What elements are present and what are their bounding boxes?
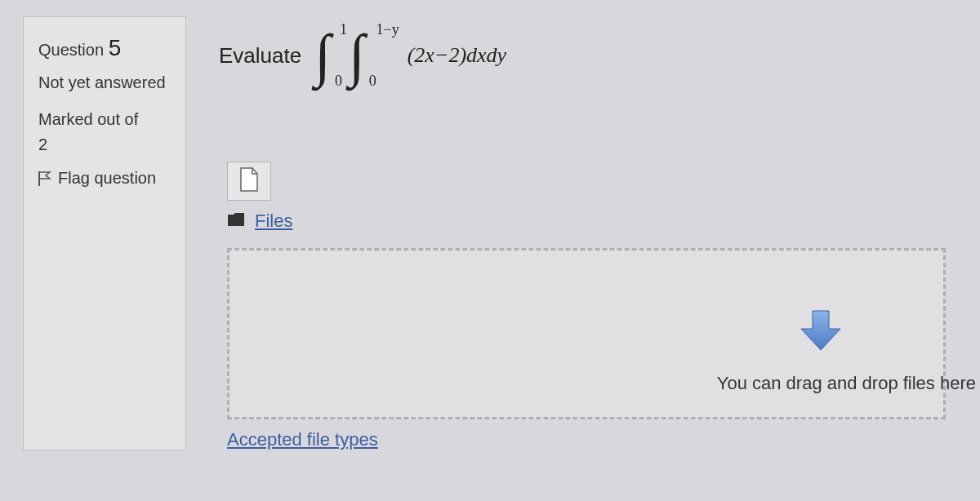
download-arrow-icon	[796, 308, 845, 353]
file-dropzone[interactable]: You can drag and drop files here	[227, 248, 946, 419]
folder-icon	[227, 211, 245, 232]
inner-upper-limit: 1−y	[376, 21, 399, 38]
integrand: (2x−2)dxdy	[408, 43, 506, 68]
files-link[interactable]: Files	[255, 211, 292, 232]
add-file-button[interactable]	[227, 162, 271, 201]
question-info-panel: Question 5 Not yet answered Marked out o…	[23, 16, 186, 450]
file-upload-area: Files You can drag and drop files h	[219, 162, 980, 450]
flag-question-label: Flag question	[58, 166, 156, 191]
outer-integral: ∫ 1 0	[314, 23, 331, 88]
file-icon	[239, 167, 259, 195]
flag-question-button[interactable]: Flag question	[38, 166, 171, 191]
outer-upper-limit: 1	[340, 21, 347, 38]
math-expression: ∫ 1 0 ∫ 1−y 0 (2x−2)dxdy	[311, 23, 506, 88]
inner-lower-limit: 0	[369, 73, 376, 90]
outer-lower-limit: 0	[335, 73, 342, 90]
question-content: Evaluate ∫ 1 0 ∫ 1−y 0 (2x−2)dxdy	[219, 16, 980, 450]
answer-status: Not yet answered	[38, 70, 171, 95]
accepted-file-types-link[interactable]: Accepted file types	[227, 429, 980, 450]
dropzone-hint: You can drag and drop files here	[717, 373, 976, 394]
question-label: Question	[38, 41, 104, 59]
inner-integral: ∫ 1−y 0	[349, 23, 365, 88]
question-number: 5	[109, 35, 122, 60]
prompt-text: Evaluate	[219, 43, 301, 69]
question-prompt: Evaluate ∫ 1 0 ∫ 1−y 0 (2x−2)dxdy	[219, 23, 980, 88]
marked-out-of-label: Marked out of	[38, 107, 171, 132]
flag-icon	[38, 171, 51, 186]
marked-out-of-value: 2	[38, 132, 171, 157]
